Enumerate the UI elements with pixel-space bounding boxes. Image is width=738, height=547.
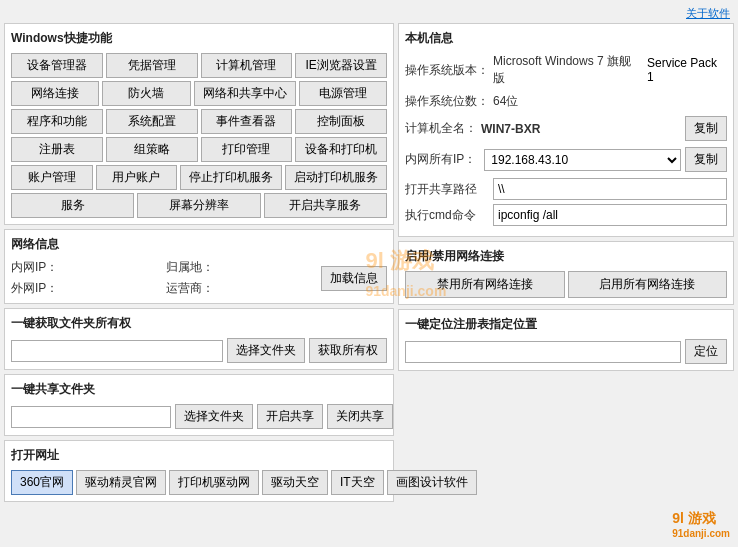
btn-firewall[interactable]: 防火墙 bbox=[102, 81, 190, 106]
cmd-row: 执行cmd命令 bbox=[405, 204, 727, 226]
left-panel: Windows快捷功能 设备管理器 凭据管理 计算机管理 IE浏览器设置 网络连… bbox=[4, 23, 394, 543]
location-label: 归属地： bbox=[166, 259, 214, 276]
btn-enable-sharing[interactable]: 开启共享服务 bbox=[264, 193, 387, 218]
locate-btn[interactable]: 定位 bbox=[685, 339, 727, 364]
registry-locate-section: 一键定位注册表指定位置 定位 bbox=[398, 309, 734, 371]
content-area: Windows快捷功能 设备管理器 凭据管理 计算机管理 IE浏览器设置 网络连… bbox=[4, 23, 734, 543]
os-bit-row: 操作系统位数： 64位 bbox=[405, 93, 727, 110]
btn-stop-print-svc[interactable]: 停止打印机服务 bbox=[180, 165, 282, 190]
bit-label: 操作系统位数： bbox=[405, 93, 489, 110]
share-folder-input[interactable] bbox=[11, 406, 171, 428]
share-path-label: 打开共享路径 bbox=[405, 181, 485, 198]
cmd-label: 执行cmd命令 bbox=[405, 207, 485, 224]
btn-user-accounts[interactable]: 用户账户 bbox=[96, 165, 178, 190]
btn-network-conn[interactable]: 网络连接 bbox=[11, 81, 99, 106]
ip-row: 内网所有IP： 192.168.43.10 复制 bbox=[405, 147, 727, 172]
url-btn-it-sky[interactable]: IT天空 bbox=[331, 470, 384, 495]
btn-devices-printers[interactable]: 设备和打印机 bbox=[295, 137, 387, 162]
share-path-row: 打开共享路径 bbox=[405, 178, 727, 200]
share-folder-section: 一键共享文件夹 选择文件夹 开启共享 关闭共享 bbox=[4, 374, 394, 436]
btn-registry[interactable]: 注册表 bbox=[11, 137, 103, 162]
copy-ip-btn[interactable]: 复制 bbox=[685, 147, 727, 172]
btn-event-viewer[interactable]: 事件查看器 bbox=[201, 109, 293, 134]
outer-ip-label: 外网IP： bbox=[11, 280, 58, 297]
open-share-btn[interactable]: 开启共享 bbox=[257, 404, 323, 429]
watermark: 9l 游戏 91danji.com bbox=[672, 510, 730, 539]
select-folder-btn[interactable]: 选择文件夹 bbox=[227, 338, 305, 363]
get-permission-btn[interactable]: 获取所有权 bbox=[309, 338, 387, 363]
os-sp: Service Pack 1 bbox=[647, 56, 727, 84]
ip-select[interactable]: 192.168.43.10 bbox=[484, 149, 681, 171]
btn-credential-mgmt[interactable]: 凭据管理 bbox=[106, 53, 198, 78]
disable-network-btn[interactable]: 禁用所有网络连接 bbox=[405, 271, 565, 298]
share-path-input[interactable] bbox=[493, 178, 727, 200]
registry-path-input[interactable] bbox=[405, 341, 681, 363]
network-toggle-section: 启用/禁用网络连接 禁用所有网络连接 启用所有网络连接 bbox=[398, 241, 734, 305]
btn-ie-settings[interactable]: IE浏览器设置 bbox=[295, 53, 387, 78]
watermark-sub: 91danji.com bbox=[672, 528, 730, 539]
btn-services[interactable]: 服务 bbox=[11, 193, 134, 218]
load-info-btn[interactable]: 加载信息 bbox=[321, 266, 387, 291]
top-bar: 关于软件 bbox=[4, 4, 734, 23]
main-container: 关于软件 Windows快捷功能 设备管理器 凭据管理 计算机管理 IE浏览器设… bbox=[0, 0, 738, 547]
btn-computer-mgmt[interactable]: 计算机管理 bbox=[201, 53, 293, 78]
btn-print-mgmt[interactable]: 打印管理 bbox=[201, 137, 293, 162]
file-permission-input[interactable] bbox=[11, 340, 223, 362]
hostname-value: WIN7-BXR bbox=[481, 122, 685, 136]
btn-programs[interactable]: 程序和功能 bbox=[11, 109, 103, 134]
ip-label: 内网所有IP： bbox=[405, 151, 476, 168]
carrier-label: 运营商： bbox=[166, 280, 214, 297]
os-value: Microsoft Windows 7 旗舰版 bbox=[493, 53, 643, 87]
hostname-label: 计算机全名： bbox=[405, 120, 477, 137]
copy-hostname-btn[interactable]: 复制 bbox=[685, 116, 727, 141]
machine-info-section: 本机信息 操作系统版本： Microsoft Windows 7 旗舰版 Ser… bbox=[398, 23, 734, 237]
share-folder-title: 一键共享文件夹 bbox=[11, 381, 387, 398]
close-share-btn[interactable]: 关闭共享 bbox=[327, 404, 393, 429]
file-permission-title: 一键获取文件夹所有权 bbox=[11, 315, 387, 332]
network-info-title: 网络信息 bbox=[11, 236, 387, 253]
network-toggle-title: 启用/禁用网络连接 bbox=[405, 248, 727, 265]
url-btn-360[interactable]: 360官网 bbox=[11, 470, 73, 495]
btn-account-mgmt[interactable]: 账户管理 bbox=[11, 165, 93, 190]
cmd-input[interactable] bbox=[493, 204, 727, 226]
network-info-section: 网络信息 内网IP： 外网IP： 归属地： bbox=[4, 229, 394, 304]
os-label: 操作系统版本： bbox=[405, 62, 489, 79]
windows-section: Windows快捷功能 设备管理器 凭据管理 计算机管理 IE浏览器设置 网络连… bbox=[4, 23, 394, 225]
about-link[interactable]: 关于软件 bbox=[686, 7, 730, 19]
btn-screen-res[interactable]: 屏幕分辨率 bbox=[137, 193, 260, 218]
registry-locate-title: 一键定位注册表指定位置 bbox=[405, 316, 727, 333]
open-url-section: 打开网址 360官网 驱动精灵官网 打印机驱动网 驱动天空 IT天空 画图设计软… bbox=[4, 440, 394, 502]
inner-ip-label: 内网IP： bbox=[11, 259, 58, 276]
url-btn-printer-driver[interactable]: 打印机驱动网 bbox=[169, 470, 259, 495]
open-url-title: 打开网址 bbox=[11, 447, 387, 464]
btn-network-share[interactable]: 网络和共享中心 bbox=[194, 81, 296, 106]
bit-value: 64位 bbox=[493, 93, 518, 110]
file-permission-section: 一键获取文件夹所有权 选择文件夹 获取所有权 bbox=[4, 308, 394, 370]
btn-power-mgmt[interactable]: 电源管理 bbox=[299, 81, 387, 106]
os-version-row: 操作系统版本： Microsoft Windows 7 旗舰版 Service … bbox=[405, 53, 727, 87]
btn-control-panel[interactable]: 控制面板 bbox=[295, 109, 387, 134]
btn-group-policy[interactable]: 组策略 bbox=[106, 137, 198, 162]
btn-start-print-svc[interactable]: 启动打印机服务 bbox=[285, 165, 387, 190]
enable-network-btn[interactable]: 启用所有网络连接 bbox=[568, 271, 728, 298]
right-panel: 本机信息 操作系统版本： Microsoft Windows 7 旗舰版 Ser… bbox=[398, 23, 734, 543]
url-btn-driver-genius[interactable]: 驱动精灵官网 bbox=[76, 470, 166, 495]
share-select-btn[interactable]: 选择文件夹 bbox=[175, 404, 253, 429]
machine-info-title: 本机信息 bbox=[405, 30, 727, 47]
hostname-row: 计算机全名： WIN7-BXR 复制 bbox=[405, 116, 727, 141]
windows-section-title: Windows快捷功能 bbox=[11, 30, 387, 47]
watermark-logo: 9l 游戏 bbox=[672, 510, 730, 528]
btn-sys-config[interactable]: 系统配置 bbox=[106, 109, 198, 134]
btn-device-manager[interactable]: 设备管理器 bbox=[11, 53, 103, 78]
url-btn-driver-sky[interactable]: 驱动天空 bbox=[262, 470, 328, 495]
